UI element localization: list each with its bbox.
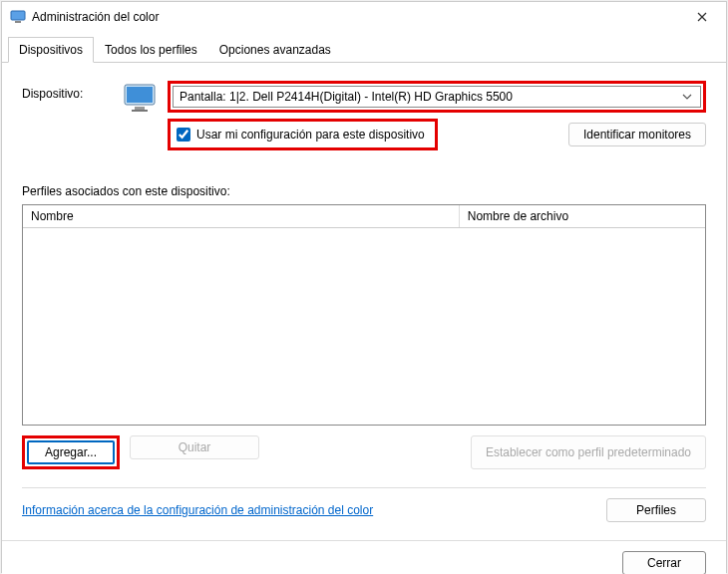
use-my-settings-checkbox[interactable] xyxy=(177,128,190,142)
tab-devices[interactable]: Dispositivos xyxy=(8,37,94,63)
device-select[interactable]: Pantalla: 1|2. Dell P2414H(Digital) - In… xyxy=(173,86,701,108)
svg-rect-0 xyxy=(11,11,25,20)
svg-rect-1 xyxy=(15,21,21,23)
profiles-header: Nombre Nombre de archivo xyxy=(23,205,705,228)
col-name[interactable]: Nombre xyxy=(23,205,460,227)
tab-strip: Dispositivos Todos los perfiles Opciones… xyxy=(2,36,726,63)
device-label: Dispositivo: xyxy=(22,81,112,101)
col-file[interactable]: Nombre de archivo xyxy=(460,205,705,227)
device-right: Pantalla: 1|2. Dell P2414H(Digital) - In… xyxy=(168,81,706,150)
profiles-section-label: Perfiles asociados con este dispositivo: xyxy=(22,184,706,198)
svg-rect-6 xyxy=(135,107,145,110)
dialog-footer: Cerrar xyxy=(2,540,726,574)
monitor-icon xyxy=(122,81,158,117)
identify-monitors-button[interactable]: Identificar monitores xyxy=(568,123,706,146)
profiles-menu-button[interactable]: Perfiles xyxy=(606,498,706,522)
help-link[interactable]: Información acerca de la configuración d… xyxy=(22,503,373,517)
add-button-highlight: Agregar... xyxy=(22,435,120,469)
close-icon xyxy=(697,12,707,22)
set-default-button: Establecer como perfil predeterminado xyxy=(471,435,706,469)
profile-buttons-left: Agregar... Quitar xyxy=(22,435,259,469)
close-dialog-button[interactable]: Cerrar xyxy=(622,551,706,574)
device-select-highlight: Pantalla: 1|2. Dell P2414H(Digital) - In… xyxy=(168,81,706,113)
color-management-window: Administración del color Dispositivos To… xyxy=(1,1,727,573)
window-title: Administración del color xyxy=(32,10,686,24)
use-settings-highlight: Usar mi configuración para este disposit… xyxy=(168,119,438,150)
device-row: Dispositivo: Pantalla: 1|2. Dell P2414H(… xyxy=(22,81,706,150)
profiles-body xyxy=(23,228,705,425)
add-button[interactable]: Agregar... xyxy=(27,440,115,464)
titlebar: Administración del color xyxy=(2,2,726,32)
info-row: Información acerca de la configuración d… xyxy=(22,498,706,522)
divider xyxy=(22,487,706,488)
tab-content: Dispositivo: Pantalla: 1|2. Dell P2414H(… xyxy=(2,63,726,540)
use-my-settings-text: Usar mi configuración para este disposit… xyxy=(196,128,425,142)
use-my-settings-label[interactable]: Usar mi configuración para este disposit… xyxy=(173,124,433,145)
svg-rect-7 xyxy=(132,110,148,112)
app-icon xyxy=(10,9,26,25)
profile-buttons-row: Agregar... Quitar Establecer como perfil… xyxy=(22,435,706,469)
tab-all-profiles[interactable]: Todos los perfiles xyxy=(94,37,208,63)
profiles-table: Nombre Nombre de archivo xyxy=(22,204,706,426)
close-button[interactable] xyxy=(686,7,718,27)
svg-rect-5 xyxy=(127,87,153,103)
tab-advanced[interactable]: Opciones avanzadas xyxy=(208,37,342,63)
under-select-row: Usar mi configuración para este disposit… xyxy=(168,119,706,150)
remove-button: Quitar xyxy=(130,435,259,459)
